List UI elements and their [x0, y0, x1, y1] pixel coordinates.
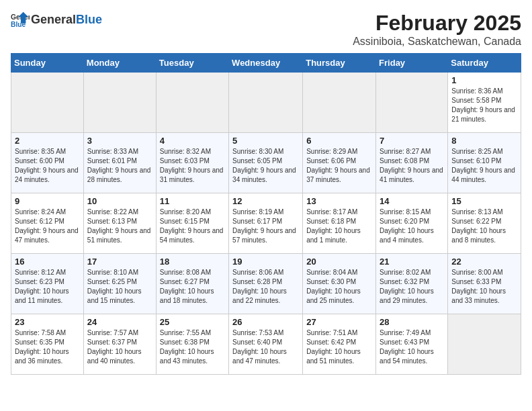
header-day-sunday: Sunday — [11, 54, 84, 73]
calendar-cell: 7Sunrise: 8:27 AM Sunset: 6:08 PM Daylig… — [376, 133, 448, 193]
day-detail: Sunrise: 8:30 AM Sunset: 6:05 PM Dayligh… — [232, 147, 299, 185]
calendar-cell: 21Sunrise: 8:02 AM Sunset: 6:32 PM Dayli… — [376, 254, 448, 314]
day-detail: Sunrise: 7:51 AM Sunset: 6:42 PM Dayligh… — [306, 328, 372, 366]
header-day-tuesday: Tuesday — [156, 54, 228, 73]
logo-blue-text: Blue — [76, 13, 102, 26]
day-number: 6 — [306, 136, 372, 146]
day-detail: Sunrise: 8:25 AM Sunset: 6:10 PM Dayligh… — [451, 147, 517, 185]
calendar-cell: 1Sunrise: 8:36 AM Sunset: 5:58 PM Daylig… — [448, 73, 521, 133]
day-number: 21 — [380, 257, 444, 267]
calendar-cell: 10Sunrise: 8:22 AM Sunset: 6:13 PM Dayli… — [83, 193, 156, 254]
calendar-cell: 17Sunrise: 8:10 AM Sunset: 6:25 PM Dayli… — [83, 254, 156, 314]
day-number: 24 — [87, 317, 152, 327]
day-detail: Sunrise: 8:32 AM Sunset: 6:03 PM Dayligh… — [160, 147, 225, 185]
calendar-cell: 25Sunrise: 7:55 AM Sunset: 6:38 PM Dayli… — [156, 314, 228, 375]
day-detail: Sunrise: 8:12 AM Sunset: 6:23 PM Dayligh… — [15, 268, 80, 306]
day-number: 26 — [232, 317, 299, 327]
calendar-week-4: 16Sunrise: 8:12 AM Sunset: 6:23 PM Dayli… — [11, 254, 521, 314]
day-number: 28 — [380, 317, 444, 327]
day-detail: Sunrise: 8:33 AM Sunset: 6:01 PM Dayligh… — [87, 147, 152, 185]
header-day-thursday: Thursday — [303, 54, 376, 73]
day-number: 2 — [15, 136, 80, 146]
day-number: 1 — [451, 75, 517, 85]
calendar-cell: 19Sunrise: 8:06 AM Sunset: 6:28 PM Dayli… — [229, 254, 303, 314]
day-number: 20 — [306, 257, 372, 267]
calendar-cell: 13Sunrise: 8:17 AM Sunset: 6:18 PM Dayli… — [303, 193, 376, 254]
calendar-cell — [156, 73, 228, 133]
calendar-cell: 26Sunrise: 7:53 AM Sunset: 6:40 PM Dayli… — [229, 314, 303, 375]
calendar-cell: 18Sunrise: 8:08 AM Sunset: 6:27 PM Dayli… — [156, 254, 228, 314]
calendar-cell: 9Sunrise: 8:24 AM Sunset: 6:12 PM Daylig… — [11, 193, 84, 254]
day-detail: Sunrise: 7:55 AM Sunset: 6:38 PM Dayligh… — [160, 328, 225, 366]
location-title: Assiniboia, Saskatchewan, Canada — [353, 36, 521, 48]
day-detail: Sunrise: 7:53 AM Sunset: 6:40 PM Dayligh… — [232, 328, 299, 366]
calendar-cell: 23Sunrise: 7:58 AM Sunset: 6:35 PM Dayli… — [11, 314, 84, 375]
calendar-week-2: 2Sunrise: 8:35 AM Sunset: 6:00 PM Daylig… — [11, 133, 521, 193]
calendar-cell: 12Sunrise: 8:19 AM Sunset: 6:17 PM Dayli… — [229, 193, 303, 254]
logo: General Blue GeneralBlue — [11, 11, 102, 30]
logo-icon: General Blue — [11, 11, 30, 30]
day-number: 7 — [380, 136, 444, 146]
calendar-cell — [448, 314, 521, 375]
calendar-cell: 24Sunrise: 7:57 AM Sunset: 6:37 PM Dayli… — [83, 314, 156, 375]
calendar-week-5: 23Sunrise: 7:58 AM Sunset: 6:35 PM Dayli… — [11, 314, 521, 375]
day-number: 4 — [160, 136, 225, 146]
calendar-cell: 28Sunrise: 7:49 AM Sunset: 6:43 PM Dayli… — [376, 314, 448, 375]
calendar-cell: 4Sunrise: 8:32 AM Sunset: 6:03 PM Daylig… — [156, 133, 228, 193]
day-number: 13 — [306, 196, 372, 206]
day-detail: Sunrise: 8:20 AM Sunset: 6:15 PM Dayligh… — [160, 208, 225, 245]
day-detail: Sunrise: 8:22 AM Sunset: 6:13 PM Dayligh… — [87, 208, 152, 245]
calendar-body: 1Sunrise: 8:36 AM Sunset: 5:58 PM Daylig… — [11, 73, 521, 375]
day-number: 16 — [15, 257, 80, 267]
day-detail: Sunrise: 8:17 AM Sunset: 6:18 PM Dayligh… — [306, 208, 372, 245]
header-day-friday: Friday — [376, 54, 448, 73]
day-detail: Sunrise: 8:24 AM Sunset: 6:12 PM Dayligh… — [15, 208, 80, 245]
title-area: February 2025 Assiniboia, Saskatchewan, … — [353, 11, 521, 48]
day-number: 19 — [232, 257, 299, 267]
header: General Blue GeneralBlue February 2025 A… — [11, 11, 521, 48]
day-detail: Sunrise: 8:19 AM Sunset: 6:17 PM Dayligh… — [232, 208, 299, 245]
day-detail: Sunrise: 8:02 AM Sunset: 6:32 PM Dayligh… — [380, 268, 444, 306]
calendar-cell — [376, 73, 448, 133]
calendar-cell — [11, 73, 84, 133]
day-detail: Sunrise: 8:36 AM Sunset: 5:58 PM Dayligh… — [451, 87, 517, 124]
calendar-cell: 20Sunrise: 8:04 AM Sunset: 6:30 PM Dayli… — [303, 254, 376, 314]
day-detail: Sunrise: 8:04 AM Sunset: 6:30 PM Dayligh… — [306, 268, 372, 306]
header-day-monday: Monday — [83, 54, 156, 73]
day-detail: Sunrise: 8:15 AM Sunset: 6:20 PM Dayligh… — [380, 208, 444, 245]
day-detail: Sunrise: 8:27 AM Sunset: 6:08 PM Dayligh… — [380, 147, 444, 185]
day-detail: Sunrise: 8:35 AM Sunset: 6:00 PM Dayligh… — [15, 147, 80, 185]
svg-text:General: General — [11, 13, 30, 21]
calendar-cell: 15Sunrise: 8:13 AM Sunset: 6:22 PM Dayli… — [448, 193, 521, 254]
day-number: 11 — [160, 196, 225, 206]
day-number: 3 — [87, 136, 152, 146]
day-number: 15 — [451, 196, 517, 206]
day-number: 18 — [160, 257, 225, 267]
day-number: 25 — [160, 317, 225, 327]
calendar-cell: 14Sunrise: 8:15 AM Sunset: 6:20 PM Dayli… — [376, 193, 448, 254]
header-day-saturday: Saturday — [448, 54, 521, 73]
day-detail: Sunrise: 7:57 AM Sunset: 6:37 PM Dayligh… — [87, 328, 152, 366]
day-detail: Sunrise: 7:58 AM Sunset: 6:35 PM Dayligh… — [15, 328, 80, 366]
calendar-cell: 8Sunrise: 8:25 AM Sunset: 6:10 PM Daylig… — [448, 133, 521, 193]
calendar-week-1: 1Sunrise: 8:36 AM Sunset: 5:58 PM Daylig… — [11, 73, 521, 133]
calendar-header-row: SundayMondayTuesdayWednesdayThursdayFrid… — [11, 54, 521, 73]
calendar-cell: 5Sunrise: 8:30 AM Sunset: 6:05 PM Daylig… — [229, 133, 303, 193]
calendar-cell: 16Sunrise: 8:12 AM Sunset: 6:23 PM Dayli… — [11, 254, 84, 314]
calendar-cell: 27Sunrise: 7:51 AM Sunset: 6:42 PM Dayli… — [303, 314, 376, 375]
calendar-cell — [303, 73, 376, 133]
day-detail: Sunrise: 7:49 AM Sunset: 6:43 PM Dayligh… — [380, 328, 444, 366]
day-detail: Sunrise: 8:13 AM Sunset: 6:22 PM Dayligh… — [451, 208, 517, 245]
calendar-cell: 6Sunrise: 8:29 AM Sunset: 6:06 PM Daylig… — [303, 133, 376, 193]
calendar-cell: 11Sunrise: 8:20 AM Sunset: 6:15 PM Dayli… — [156, 193, 228, 254]
calendar-cell: 3Sunrise: 8:33 AM Sunset: 6:01 PM Daylig… — [83, 133, 156, 193]
calendar-cell: 22Sunrise: 8:00 AM Sunset: 6:33 PM Dayli… — [448, 254, 521, 314]
day-number: 23 — [15, 317, 80, 327]
day-detail: Sunrise: 8:00 AM Sunset: 6:33 PM Dayligh… — [451, 268, 517, 306]
day-number: 12 — [232, 196, 299, 206]
day-detail: Sunrise: 8:08 AM Sunset: 6:27 PM Dayligh… — [160, 268, 225, 306]
logo-general-text: General — [31, 13, 76, 26]
day-detail: Sunrise: 8:29 AM Sunset: 6:06 PM Dayligh… — [306, 147, 372, 185]
day-detail: Sunrise: 8:06 AM Sunset: 6:28 PM Dayligh… — [232, 268, 299, 306]
header-day-wednesday: Wednesday — [229, 54, 303, 73]
